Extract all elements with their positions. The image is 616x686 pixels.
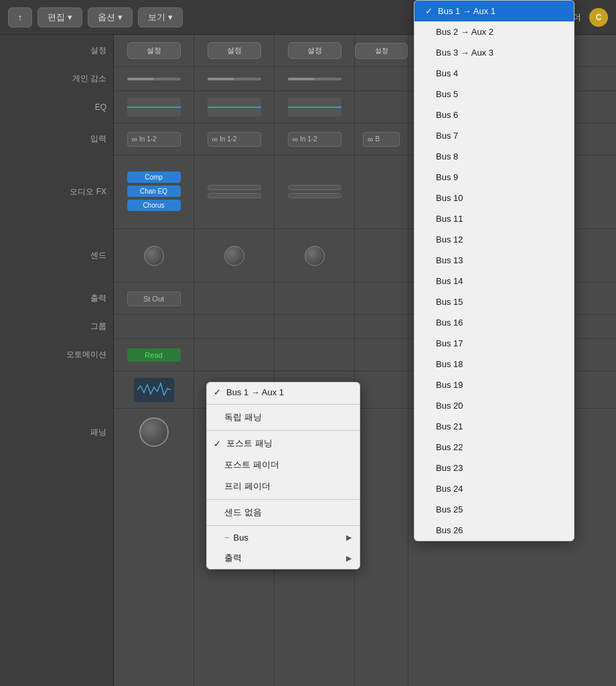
bus-item-24[interactable]: Bus 25	[414, 499, 574, 520]
bus-item-7[interactable]: Bus 8	[414, 146, 574, 167]
ch1-waveform	[134, 378, 174, 402]
bus-item-20[interactable]: Bus 21	[414, 416, 574, 437]
bus-item-2[interactable]: Bus 3 → Aux 3	[414, 42, 574, 63]
link-icon: ∞	[132, 135, 138, 144]
ch3-input-btn[interactable]: ∞ In 1-2	[288, 132, 341, 147]
bus-item-15[interactable]: Bus 16	[414, 312, 574, 333]
label-eq: EQ	[0, 91, 113, 123]
bus-item-9[interactable]: Bus 10	[414, 188, 574, 208]
ch1-fx2-btn[interactable]: Chan EQ	[127, 186, 181, 197]
send-context-menu: Bus 1 → Aux 1 독립 패닝 포스트 패닝 포스트 페이더 프리 페이…	[206, 382, 360, 569]
menu-item-bus[interactable]: − Bus ▶	[207, 528, 360, 547]
back-icon: ↑	[18, 12, 23, 23]
bus-item-21[interactable]: Bus 22	[414, 437, 574, 458]
bus-item-25[interactable]: Bus 26	[414, 520, 574, 541]
label-settings: 설정	[0, 35, 113, 67]
ch3-gain-slider[interactable]	[288, 78, 341, 80]
bus-item-3[interactable]: Bus 4	[414, 63, 574, 84]
bus-item-14[interactable]: Bus 15	[414, 291, 574, 312]
label-input: 입력	[0, 123, 113, 155]
ch2-fx2-btn[interactable]	[208, 193, 261, 198]
options-dropdown-icon: ▾	[118, 12, 123, 22]
ch1-fx3-btn[interactable]: Chorus	[127, 200, 181, 211]
ch3-fx1-btn[interactable]	[288, 185, 341, 190]
ch2-input-btn[interactable]: ∞ In 1-2	[208, 132, 261, 147]
output-arrow-icon: ▶	[346, 554, 352, 563]
ch1-settings-btn[interactable]: 설정	[127, 42, 181, 59]
bus-item-8[interactable]: Bus 9	[414, 167, 574, 188]
ch1-automation-btn[interactable]: Read	[127, 348, 181, 362]
edit-dropdown-icon: ▾	[68, 12, 72, 22]
label-gain: 게인 감소	[0, 67, 113, 91]
ch2-fx1-btn[interactable]	[208, 185, 261, 190]
bus-item-17[interactable]: Bus 18	[414, 354, 574, 374]
bus-submenu: ✓Bus 1 → Aux 1Bus 2 → Aux 2Bus 3 → Aux 3…	[414, 0, 574, 541]
ch3-settings-btn[interactable]: 설정	[288, 42, 341, 59]
bus-item-18[interactable]: Bus 19	[414, 374, 574, 395]
options-button[interactable]: 옵션 ▾	[88, 7, 133, 27]
separator3	[207, 499, 360, 500]
menu-item-no-send[interactable]: 센드 없음	[207, 502, 360, 523]
menu-item-post-pan[interactable]: 포스트 패닝	[207, 433, 360, 454]
label-pan: 패닝	[0, 409, 113, 456]
edit-button[interactable]: 편집 ▾	[37, 7, 82, 27]
menu-item-independent-pan[interactable]: 독립 패닝	[207, 407, 360, 428]
bus-item-13[interactable]: Bus 14	[414, 271, 574, 291]
toolbar-circle[interactable]: C	[589, 8, 608, 27]
label-send: 센드	[0, 229, 113, 283]
ch2-gain-slider[interactable]	[208, 78, 261, 80]
menu-item-post-fader[interactable]: 포스트 페이더	[207, 454, 360, 476]
bus-item-0[interactable]: ✓Bus 1 → Aux 1	[414, 1, 574, 21]
separator2	[207, 430, 360, 431]
ch4-settings-btn[interactable]: 설정	[355, 43, 408, 59]
ch3-fx2-btn[interactable]	[288, 193, 341, 198]
bus-item-12[interactable]: Bus 13	[414, 250, 574, 271]
ch1-pan-knob[interactable]	[139, 417, 169, 447]
ch2-eq-display[interactable]	[208, 98, 261, 117]
bus-item-6[interactable]: Bus 7	[414, 125, 574, 146]
label-waveform	[0, 371, 113, 409]
view-button[interactable]: 보기 ▾	[138, 7, 183, 27]
ch3-send-knob[interactable]	[305, 246, 325, 266]
bus-item-4[interactable]: Bus 5	[414, 84, 574, 105]
link-icon2: ∞	[212, 135, 218, 144]
channel-1: 설정 ∞ In 1-2 Comp Chan EQ	[114, 35, 194, 686]
label-group: 그룹	[0, 315, 113, 339]
label-automation: 오토메이션	[0, 339, 113, 371]
separator1	[207, 404, 360, 405]
bus-item-5[interactable]: Bus 6	[414, 105, 574, 125]
menu-item-bus1-aux1[interactable]: Bus 1 → Aux 1	[207, 383, 360, 402]
bus-item-1[interactable]: Bus 2 → Aux 2	[414, 21, 574, 42]
bus-items-list: ✓Bus 1 → Aux 1Bus 2 → Aux 2Bus 3 → Aux 3…	[414, 1, 574, 541]
bus-item-16[interactable]: Bus 17	[414, 333, 574, 354]
ch1-fx1-btn[interactable]: Comp	[127, 172, 181, 183]
bus-arrow-icon: ▶	[346, 533, 352, 542]
link-icon3: ∞	[293, 135, 299, 144]
ch2-send-knob[interactable]	[224, 246, 244, 266]
ch1-input-btn[interactable]: ∞ In 1-2	[127, 132, 181, 147]
label-audio-fx: 오디오 FX	[0, 155, 113, 229]
checkmark-icon: ✓	[425, 6, 433, 16]
bus-item-22[interactable]: Bus 23	[414, 458, 574, 478]
ch3-eq-display[interactable]	[288, 98, 341, 117]
channel-3: 설정 ∞ In 1-2	[275, 35, 355, 686]
ch2-settings-btn[interactable]: 설정	[208, 42, 261, 59]
back-button[interactable]: ↑	[8, 7, 32, 27]
ch1-gain-slider[interactable]	[127, 78, 181, 80]
bus-item-10[interactable]: Bus 11	[414, 208, 574, 229]
menu-item-output[interactable]: 출력 ▶	[207, 547, 360, 569]
channel-2: 설정 ∞ In 1-2	[194, 35, 275, 686]
bus-item-23[interactable]: Bus 24	[414, 478, 574, 499]
label-output: 출력	[0, 283, 113, 315]
ch1-send-knob[interactable]	[144, 246, 164, 266]
ch1-eq-display[interactable]	[127, 98, 181, 117]
view-dropdown-icon: ▾	[168, 12, 173, 22]
separator4	[207, 525, 360, 526]
bus-item-11[interactable]: Bus 12	[414, 229, 574, 250]
bus-item-19[interactable]: Bus 20	[414, 395, 574, 416]
link-icon4: ∞	[368, 135, 374, 144]
channel-4: 설정 ∞ B	[355, 35, 408, 686]
ch1-output-btn[interactable]: St Out	[127, 291, 181, 306]
menu-item-pre-fader[interactable]: 프리 페이더	[207, 476, 360, 497]
ch4-input-btn[interactable]: ∞ B	[363, 132, 400, 147]
